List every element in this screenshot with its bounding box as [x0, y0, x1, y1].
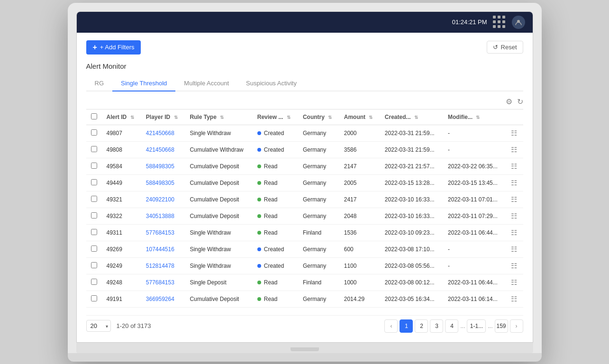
cell-action-4[interactable]: ☷: [506, 191, 523, 208]
col-player-id[interactable]: Player ID ⇅: [141, 109, 185, 125]
page-1-button[interactable]: 1: [400, 319, 413, 333]
cell-player-id-7[interactable]: 107444516: [141, 241, 185, 257]
player-link-0[interactable]: 421450668: [146, 130, 174, 136]
row-checkbox-input-5[interactable]: [91, 212, 97, 218]
page-3-button[interactable]: 3: [430, 319, 443, 333]
row-checkbox-0[interactable]: [86, 125, 102, 141]
row-checkbox-3[interactable]: [86, 174, 102, 191]
page-4-button[interactable]: 4: [445, 319, 458, 333]
view-action-icon-4[interactable]: ☷: [511, 195, 517, 203]
count-label: 1-20 of 3173: [117, 322, 151, 329]
page-jump-input[interactable]: [467, 319, 486, 333]
cell-alert-id-2: 49584: [102, 158, 141, 174]
settings-icon[interactable]: ⚙: [506, 97, 512, 106]
cell-action-10[interactable]: ☷: [506, 291, 523, 307]
player-link-8[interactable]: 512814478: [146, 263, 174, 269]
view-action-icon-3[interactable]: ☷: [511, 179, 517, 187]
row-checkbox-1[interactable]: [86, 141, 102, 158]
player-link-7[interactable]: 107444516: [146, 246, 174, 253]
col-created[interactable]: Created... ⇅: [380, 109, 443, 125]
cell-action-9[interactable]: ☷: [506, 274, 523, 291]
view-action-icon-2[interactable]: ☷: [511, 162, 517, 170]
player-link-2[interactable]: 588498305: [146, 163, 174, 170]
cell-alert-id-0: 49807: [102, 125, 141, 141]
view-action-icon-9[interactable]: ☷: [511, 278, 517, 286]
cell-action-1[interactable]: ☷: [506, 141, 523, 158]
tab-single-threshold[interactable]: Single Threshold: [112, 76, 175, 91]
header-checkbox[interactable]: [86, 109, 102, 125]
col-review[interactable]: Review ... ⇅: [253, 109, 298, 125]
row-checkbox-6[interactable]: [86, 224, 102, 241]
view-action-icon-8[interactable]: ☷: [511, 262, 517, 270]
page-size-select[interactable]: 20 50 100: [86, 320, 111, 332]
tab-rg[interactable]: RG: [86, 76, 113, 91]
row-checkbox-8[interactable]: [86, 257, 102, 274]
tab-multiple-account[interactable]: Multiple Account: [175, 76, 237, 91]
player-link-4[interactable]: 240922100: [146, 196, 174, 203]
player-link-9[interactable]: 577684153: [146, 279, 174, 286]
row-checkbox-10[interactable]: [86, 291, 102, 307]
add-filters-button[interactable]: + + Add Filters: [86, 40, 141, 55]
cell-action-2[interactable]: ☷: [506, 158, 523, 174]
view-action-icon-10[interactable]: ☷: [511, 295, 517, 303]
col-country[interactable]: Country ⇅: [298, 109, 339, 125]
select-all-checkbox[interactable]: [91, 113, 97, 119]
cell-action-5[interactable]: ☷: [506, 208, 523, 224]
cell-action-3[interactable]: ☷: [506, 174, 523, 191]
cell-player-id-10[interactable]: 366959264: [141, 291, 185, 307]
page-2-button[interactable]: 2: [415, 319, 428, 333]
row-checkbox-input-3[interactable]: [91, 179, 97, 185]
cell-player-id-4[interactable]: 240922100: [141, 191, 185, 208]
view-action-icon-5[interactable]: ☷: [511, 212, 517, 220]
view-action-icon-1[interactable]: ☷: [511, 146, 517, 154]
col-amount[interactable]: Amount ⇅: [339, 109, 380, 125]
row-checkbox-input-1[interactable]: [91, 146, 97, 152]
row-checkbox-input-8[interactable]: [91, 262, 97, 268]
cell-action-7[interactable]: ☷: [506, 241, 523, 257]
row-checkbox-input-9[interactable]: [91, 279, 97, 285]
refresh-icon[interactable]: ↻: [517, 97, 523, 106]
player-link-3[interactable]: 588498305: [146, 180, 174, 186]
view-action-icon-7[interactable]: ☷: [511, 245, 517, 253]
row-checkbox-input-6[interactable]: [91, 229, 97, 235]
cell-created-7: 2022-03-08 17:10...: [380, 241, 443, 257]
cell-player-id-9[interactable]: 577684153: [141, 274, 185, 291]
last-page-button[interactable]: 159: [495, 319, 508, 333]
cell-player-id-1[interactable]: 421450668: [141, 141, 185, 158]
player-link-10[interactable]: 366959264: [146, 296, 174, 302]
cell-player-id-6[interactable]: 577684153: [141, 224, 185, 241]
view-action-icon-0[interactable]: ☷: [511, 129, 517, 137]
cell-action-8[interactable]: ☷: [506, 257, 523, 274]
row-checkbox-4[interactable]: [86, 191, 102, 208]
cell-player-id-2[interactable]: 588498305: [141, 158, 185, 174]
col-alert-id[interactable]: Alert ID ⇅: [102, 109, 141, 125]
row-checkbox-input-2[interactable]: [91, 163, 97, 169]
row-checkbox-9[interactable]: [86, 274, 102, 291]
next-page-button[interactable]: ›: [510, 319, 523, 333]
player-link-5[interactable]: 340513888: [146, 213, 174, 219]
player-link-6[interactable]: 577684153: [146, 229, 174, 236]
cell-action-0[interactable]: ☷: [506, 125, 523, 141]
status-label-3: Read: [264, 180, 278, 186]
cell-player-id-8[interactable]: 512814478: [141, 257, 185, 274]
cell-action-6[interactable]: ☷: [506, 224, 523, 241]
grid-icon[interactable]: [493, 16, 506, 29]
player-link-1[interactable]: 421450668: [146, 146, 174, 153]
col-rule-type[interactable]: Rule Type ⇅: [185, 109, 252, 125]
prev-page-button[interactable]: ‹: [384, 319, 398, 333]
cell-player-id-5[interactable]: 340513888: [141, 208, 185, 224]
cell-player-id-0[interactable]: 421450668: [141, 125, 185, 141]
row-checkbox-input-4[interactable]: [91, 196, 97, 202]
user-avatar[interactable]: [512, 16, 525, 29]
row-checkbox-2[interactable]: [86, 158, 102, 174]
row-checkbox-input-0[interactable]: [91, 129, 97, 136]
cell-player-id-3[interactable]: 588498305: [141, 174, 185, 191]
row-checkbox-input-10[interactable]: [91, 295, 97, 301]
row-checkbox-7[interactable]: [86, 241, 102, 257]
row-checkbox-input-7[interactable]: [91, 246, 97, 252]
row-checkbox-5[interactable]: [86, 208, 102, 224]
view-action-icon-6[interactable]: ☷: [511, 228, 517, 237]
tab-suspicious-activity[interactable]: Suspicious Activity: [237, 76, 305, 91]
col-modified[interactable]: Modifie... ⇅: [443, 109, 506, 125]
reset-button[interactable]: ↺ Reset: [487, 41, 523, 54]
